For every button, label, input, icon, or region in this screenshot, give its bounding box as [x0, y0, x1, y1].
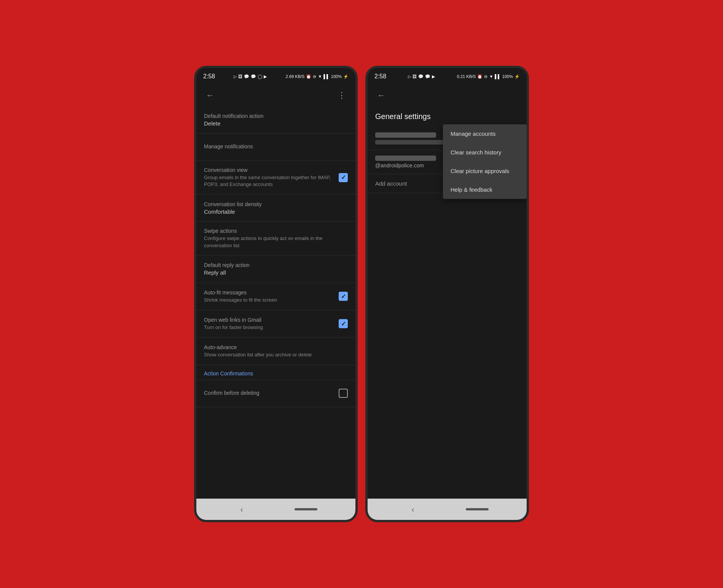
setting-text-open-web-links: Open web links in Gmail Turn on for fast… [204, 317, 334, 331]
checkmark-conversation-view: ✓ [341, 174, 346, 181]
alarm-icon-2: ⏰ [477, 74, 483, 79]
image-icon-1: 🖼 [238, 74, 242, 79]
back-button-1[interactable]: ← [202, 88, 218, 103]
phone2: 2:58 ▷ 🖼 💬 💬 ▶ 0.21 KB/S ⏰ ⊖ ▼ ▌▌ 100% ⚡… [365, 66, 529, 522]
nav-back-button-1[interactable]: ‹ [234, 502, 249, 517]
charge-icon-2: ⚡ [514, 74, 520, 79]
pip-icon-2: ▷ [408, 74, 411, 79]
setting-text-conversation-list-density: Conversation list density Comfortable [204, 201, 348, 215]
chat3-icon-1: ◯ [258, 74, 262, 79]
status-right-2: 0.21 KB/S ⏰ ⊖ ▼ ▌▌ 100% ⚡ [457, 74, 520, 79]
dropdown-clear-picture-approvals[interactable]: Clear picture approvals [443, 162, 527, 180]
checkbox-conversation-view[interactable]: ✓ [339, 173, 348, 182]
setting-value-conversation-list-density: Comfortable [204, 208, 348, 215]
status-time-1: 2:58 [203, 73, 215, 80]
dropdown-menu: Manage accounts Clear search history Cle… [443, 124, 527, 199]
setting-default-reply-action[interactable]: Default reply action Reply all [196, 256, 355, 283]
setting-conversation-view[interactable]: Conversation view Group emails in the sa… [196, 161, 355, 194]
dropdown-manage-accounts[interactable]: Manage accounts [443, 124, 527, 143]
alarm-icon-1: ⏰ [306, 74, 311, 79]
setting-swipe-actions[interactable]: Swipe actions Configure swipe actions to… [196, 222, 355, 255]
data-speed-1: 2.69 KB/S [286, 74, 305, 79]
checkbox-open-web-links[interactable]: ✓ [339, 319, 348, 328]
setting-text-conversation-view: Conversation view Group emails in the sa… [204, 167, 334, 188]
charge-icon-1: ⚡ [343, 74, 349, 79]
pip-icon-1: ▷ [234, 74, 237, 79]
nav-back-button-2[interactable]: ‹ [406, 502, 420, 517]
wifi-icon-2: ▼ [489, 74, 493, 79]
setting-confirm-before-deleting[interactable]: Confirm before deleting [196, 380, 355, 407]
battery-1: 100% [331, 74, 342, 79]
toolbar-1: ← ⋮ [196, 85, 355, 106]
setting-manage-notifications[interactable]: Manage notifications [196, 133, 355, 161]
chat2-icon-2: 💬 [425, 74, 430, 79]
setting-desc-auto-advance: Show conversation list after you archive… [204, 351, 348, 358]
add-account-label: Add account [375, 180, 407, 187]
dnd-icon-2: ⊖ [484, 74, 487, 79]
signal-icon-2: ▌▌ [495, 74, 501, 79]
chat-icon-2: 💬 [418, 74, 424, 79]
dropdown-clear-search-history[interactable]: Clear search history [443, 143, 527, 162]
status-time-2: 2:58 [374, 73, 386, 80]
toolbar-2: ← [368, 85, 527, 106]
setting-text-confirm-before-deleting: Confirm before deleting [204, 390, 334, 397]
setting-title-swipe-actions: Swipe actions [204, 228, 348, 234]
image-icon-2: 🖼 [412, 74, 417, 79]
checkmark-open-web-links: ✓ [341, 320, 346, 327]
status-icons-2: ▷ 🖼 💬 💬 ▶ [408, 74, 435, 79]
setting-title-default-reply-action: Default reply action [204, 262, 348, 268]
setting-title-conversation-view: Conversation view [204, 167, 334, 173]
setting-text-default-reply-action: Default reply action Reply all [204, 262, 348, 276]
play-icon-2: ▶ [432, 74, 435, 79]
settings-list-1: Default notification action Delete Manag… [196, 106, 355, 499]
nav-home-2[interactable] [466, 508, 489, 510]
phone1: 2:58 ▷ 🖼 💬 💬 ◯ ▶ 2.69 KB/S ⏰ ⊖ ▼ ▌▌ 100%… [194, 66, 358, 522]
setting-auto-advance[interactable]: Auto-advance Show conversation list afte… [196, 338, 355, 365]
signal-icon-1: ▌▌ [323, 74, 330, 79]
battery-2: 100% [502, 74, 513, 79]
account-email-blurred-prefix [375, 156, 436, 161]
setting-desc-auto-fit-messages: Shrink messages to fit the screen [204, 297, 334, 304]
account-sub-blurred-1 [375, 140, 451, 145]
setting-conversation-list-density[interactable]: Conversation list density Comfortable [196, 194, 355, 222]
chat2-icon-1: 💬 [251, 74, 256, 79]
play-icon-1: ▶ [264, 74, 267, 79]
status-right-1: 2.69 KB/S ⏰ ⊖ ▼ ▌▌ 100% ⚡ [286, 74, 349, 79]
nav-home-1[interactable] [295, 508, 317, 510]
setting-auto-fit-messages[interactable]: Auto-fit messages Shrink messages to fit… [196, 283, 355, 310]
setting-title-auto-advance: Auto-advance [204, 344, 348, 350]
setting-title-manage-notifications: Manage notifications [204, 143, 348, 149]
checkbox-auto-fit-messages[interactable]: ✓ [339, 292, 348, 301]
setting-title-open-web-links: Open web links in Gmail [204, 317, 334, 323]
setting-text-manage-notifications: Manage notifications [204, 143, 348, 151]
setting-title-default-notification: Default notification action [204, 113, 348, 119]
setting-title-confirm-before-deleting: Confirm before deleting [204, 390, 334, 396]
dropdown-help-feedback[interactable]: Help & feedback [443, 180, 527, 199]
status-bar-1: 2:58 ▷ 🖼 💬 💬 ◯ ▶ 2.69 KB/S ⏰ ⊖ ▼ ▌▌ 100%… [196, 68, 355, 85]
checkbox-confirm-before-deleting[interactable] [339, 389, 348, 398]
account-email-blurred-1 [375, 132, 436, 138]
nav-bar-2: ‹ [368, 499, 527, 520]
back-button-2[interactable]: ← [374, 88, 389, 103]
dnd-icon-1: ⊖ [313, 74, 316, 79]
more-button-1[interactable]: ⋮ [334, 88, 349, 103]
checkmark-auto-fit-messages: ✓ [341, 293, 346, 300]
chat-icon-1: 💬 [244, 74, 249, 79]
setting-text-auto-fit-messages: Auto-fit messages Shrink messages to fit… [204, 289, 334, 304]
setting-title-auto-fit-messages: Auto-fit messages [204, 289, 334, 296]
data-speed-2: 0.21 KB/S [457, 74, 476, 79]
setting-default-notification-action[interactable]: Default notification action Delete [196, 106, 355, 133]
setting-open-web-links[interactable]: Open web links in Gmail Turn on for fast… [196, 310, 355, 338]
setting-text-default-notification: Default notification action Delete [204, 113, 348, 127]
setting-text-swipe-actions: Swipe actions Configure swipe actions to… [204, 228, 348, 249]
setting-value-default-notification: Delete [204, 120, 348, 127]
setting-text-auto-advance: Auto-advance Show conversation list afte… [204, 344, 348, 358]
setting-desc-conversation-view: Group emails in the same conversation to… [204, 174, 334, 188]
general-settings-title: General settings [368, 106, 527, 127]
setting-value-default-reply-action: Reply all [204, 269, 348, 276]
status-bar-2: 2:58 ▷ 🖼 💬 💬 ▶ 0.21 KB/S ⏰ ⊖ ▼ ▌▌ 100% ⚡ [368, 68, 527, 85]
section-header-action-confirmations: Action Confirmations [196, 365, 355, 380]
setting-desc-open-web-links: Turn on for faster browsing [204, 324, 334, 331]
nav-bar-1: ‹ [196, 499, 355, 520]
wifi-icon-1: ▼ [318, 74, 322, 79]
